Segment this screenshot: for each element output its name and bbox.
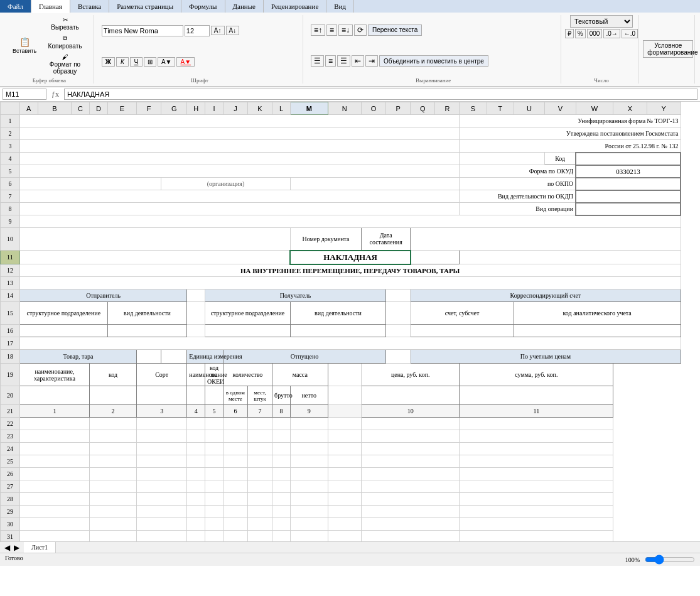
tab-insert[interactable]: Вставка (70, 0, 109, 13)
bold-button[interactable]: Ж (102, 57, 115, 67)
row-header-20[interactable]: 20 (1, 386, 20, 405)
text-angle-button[interactable]: ⟳ (354, 24, 367, 36)
col-header-J[interactable]: J (223, 102, 247, 115)
thousands-button[interactable]: 000 (587, 29, 603, 38)
col-header-H[interactable]: H (187, 102, 205, 115)
col-header-X[interactable]: X (613, 102, 647, 115)
increase-decimal-button[interactable]: .0→ (603, 29, 620, 38)
fill-color-button[interactable]: A▼ (158, 57, 176, 67)
number-format-select[interactable]: Текстовый (570, 15, 633, 28)
row-header-21[interactable]: 21 (1, 405, 20, 418)
row-header-11[interactable]: 11 (1, 251, 20, 264)
cell-A11[interactable] (19, 251, 290, 264)
row-header-8[interactable]: 8 (1, 203, 20, 215)
tab-view[interactable]: Вид (326, 0, 354, 13)
row-header-28[interactable]: 28 (1, 493, 20, 506)
col-header-L[interactable]: L (272, 102, 291, 115)
col-header-C[interactable]: C (72, 102, 90, 115)
cell-A4[interactable] (19, 153, 460, 165)
function-icon[interactable]: ƒx (49, 90, 62, 99)
row-header-16[interactable]: 16 (1, 325, 20, 337)
tab-page-layout[interactable]: Разметка страницы (109, 0, 181, 13)
row-header-2[interactable]: 2 (1, 127, 20, 140)
cell-W6[interactable] (576, 178, 681, 190)
cell-S11[interactable] (460, 251, 681, 264)
cell-S2[interactable]: Утверждена постановлением Госкомстата (460, 127, 681, 140)
cell-A1[interactable] (19, 115, 460, 127)
col-header-N[interactable]: N (328, 102, 362, 115)
sheet-nav-left[interactable]: ◀ (3, 543, 12, 552)
col-header-K[interactable]: K (247, 102, 272, 115)
cell-Q11[interactable] (411, 251, 460, 264)
cell-S3[interactable]: России от 25.12.98 г. № 132 (460, 140, 681, 153)
conditional-format-button[interactable]: Условное форматирование (643, 40, 693, 58)
align-center-button[interactable]: ≡ (325, 55, 336, 67)
col-header-U[interactable]: U (514, 102, 544, 115)
row-header-26[interactable]: 26 (1, 468, 20, 480)
format-painter-button[interactable]: 🖌 Формат по образцу (41, 52, 89, 76)
align-right-button[interactable]: ☰ (337, 55, 350, 67)
font-size-input[interactable] (185, 25, 210, 36)
cell-Q10[interactable] (411, 228, 681, 251)
row-header-31[interactable]: 31 (1, 531, 20, 542)
align-bottom-button[interactable]: ≡↓ (338, 24, 353, 36)
cell-A2[interactable] (19, 127, 460, 140)
col-header-W[interactable]: W (576, 102, 613, 115)
row-header-22[interactable]: 22 (1, 418, 20, 430)
italic-button[interactable]: К (116, 57, 129, 67)
row-header-25[interactable]: 25 (1, 455, 20, 468)
col-header-M[interactable]: M (290, 102, 328, 115)
font-shrink-button[interactable]: A↓ (226, 26, 240, 35)
copy-button[interactable]: ⧉ Копировать (41, 33, 89, 51)
col-header-P[interactable]: P (386, 102, 411, 115)
border-button[interactable]: ⊞ (144, 57, 156, 67)
tab-file[interactable]: Файл (0, 0, 31, 13)
row-header-30[interactable]: 30 (1, 518, 20, 531)
col-header-Q[interactable]: Q (411, 102, 435, 115)
cell-A7[interactable] (19, 190, 460, 203)
tab-formulas[interactable]: Формулы (181, 0, 225, 13)
row-header-27[interactable]: 27 (1, 480, 20, 493)
col-header-E[interactable]: E (107, 102, 136, 115)
increase-indent-button[interactable]: ⇥ (365, 55, 378, 67)
zoom-slider[interactable] (645, 555, 695, 565)
cell-W8[interactable] (576, 203, 681, 215)
merge-button[interactable]: Объединить и поместить в центре (379, 55, 488, 67)
cell-M11[interactable]: НАКЛАДНАЯ (290, 251, 410, 264)
decrease-indent-button[interactable]: ⇤ (352, 55, 364, 67)
tab-review[interactable]: Рецензирование (264, 0, 326, 13)
font-name-input[interactable] (102, 25, 183, 36)
col-header-O[interactable]: O (362, 102, 386, 115)
sheet-tab-1[interactable]: Лист1 (24, 542, 56, 553)
col-header-A[interactable]: A (19, 102, 38, 115)
cell-A6[interactable] (19, 178, 161, 190)
wrap-text-button[interactable]: Перенос текста (368, 24, 422, 36)
cell-A10[interactable] (19, 228, 290, 251)
tab-data[interactable]: Данные (225, 0, 264, 13)
row-header-23[interactable]: 23 (1, 430, 20, 443)
row-header-1[interactable]: 1 (1, 115, 20, 127)
currency-button[interactable]: ₽ (565, 29, 574, 38)
sheet-nav-right[interactable]: ▶ (12, 543, 21, 552)
cell-A8[interactable] (19, 203, 460, 215)
decrease-decimal-button[interactable]: ←.0 (622, 29, 638, 38)
align-left-button[interactable]: ☰ (311, 55, 324, 67)
col-header-T[interactable]: T (487, 102, 514, 115)
cell-S1[interactable]: Унифицированная форма № ТОРГ-13 (460, 115, 681, 127)
percent-button[interactable]: % (575, 29, 586, 38)
col-header-R[interactable]: R (435, 102, 460, 115)
align-top-button[interactable]: ≡↑ (311, 24, 325, 36)
tab-home[interactable]: Главная (31, 0, 70, 13)
cut-button[interactable]: ✂ Вырезать (41, 15, 89, 32)
row-header-15[interactable]: 15 (1, 302, 20, 325)
col-header-F[interactable]: F (137, 102, 161, 115)
row-header-17[interactable]: 17 (1, 337, 20, 350)
col-header-G[interactable]: G (161, 102, 187, 115)
cell-W5[interactable]: 0330213 (576, 165, 681, 178)
col-header-B[interactable]: B (38, 102, 72, 115)
col-header-S[interactable]: S (460, 102, 487, 115)
row-header-4[interactable]: 4 (1, 153, 20, 165)
cell-W4[interactable] (576, 153, 681, 165)
cell-A3[interactable] (19, 140, 460, 153)
row-header-12[interactable]: 12 (1, 264, 20, 277)
